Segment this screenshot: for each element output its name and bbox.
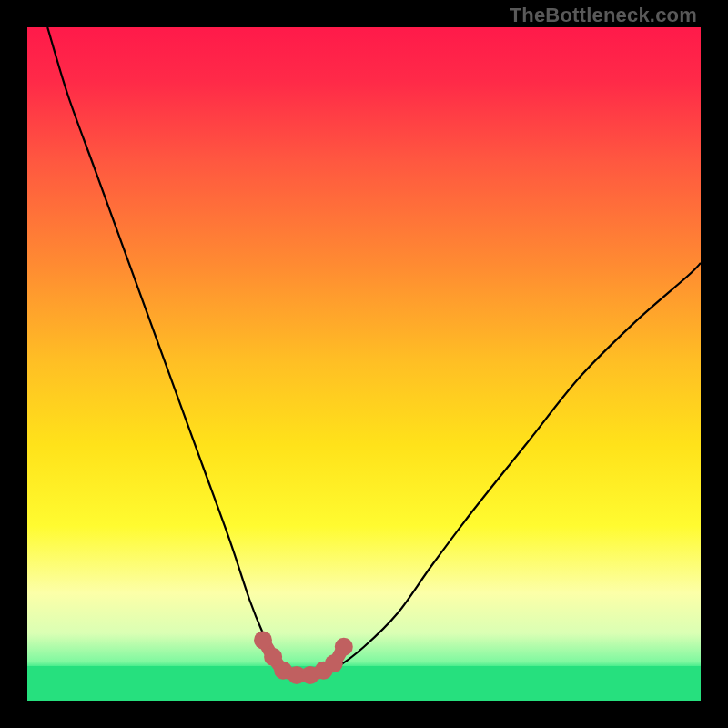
gradient-background bbox=[27, 27, 701, 701]
valley-dot bbox=[254, 631, 272, 649]
valley-dot bbox=[325, 654, 343, 672]
green-band bbox=[27, 666, 701, 701]
valley-dot bbox=[335, 638, 353, 656]
plot-area bbox=[27, 27, 701, 701]
chart-svg bbox=[27, 27, 701, 701]
outer-frame: TheBottleneck.com bbox=[0, 0, 728, 728]
watermark-text: TheBottleneck.com bbox=[510, 4, 697, 27]
